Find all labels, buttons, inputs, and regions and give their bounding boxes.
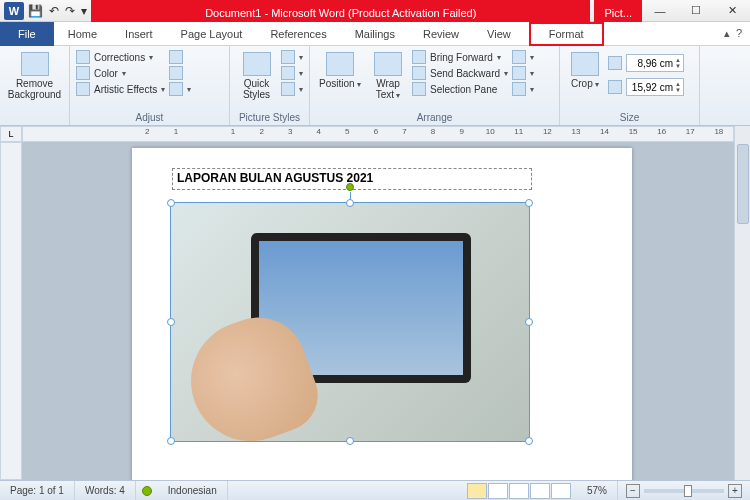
page[interactable]: LAPORAN BULAN AGUSTUS 2021 — [132, 148, 632, 480]
status-page[interactable]: Page: 1 of 1 — [0, 481, 75, 501]
pic-effects-button[interactable]: ▾ — [281, 66, 303, 80]
bring-forward-button[interactable]: Bring Forward▾ — [412, 50, 508, 64]
layout-icon — [281, 82, 295, 96]
contextual-tab-picture[interactable]: Pict... — [594, 0, 642, 22]
tab-format[interactable]: Format — [529, 22, 604, 46]
save-icon[interactable]: 💾 — [28, 4, 43, 18]
resize-handle-ne[interactable] — [525, 199, 533, 207]
status-words[interactable]: Words: 4 — [75, 481, 136, 501]
vertical-ruler[interactable] — [0, 142, 22, 480]
position-button[interactable]: Position ▾ — [316, 48, 364, 90]
view-web-layout[interactable] — [509, 483, 529, 499]
artistic-icon — [76, 82, 90, 96]
group-label-picstyles: Picture Styles — [236, 111, 303, 125]
compress-button[interactable] — [169, 50, 191, 64]
tab-references[interactable]: References — [256, 22, 340, 46]
resize-handle-w[interactable] — [167, 318, 175, 326]
height-spinner[interactable]: ▲▼ — [626, 54, 684, 72]
horizontal-ruler[interactable]: 21123456789101112131415161718 — [22, 126, 734, 142]
height-input[interactable] — [629, 58, 673, 69]
group-size: Crop ▾ ▲▼ ▲▼ Size — [560, 46, 700, 125]
resize-handle-s[interactable] — [346, 437, 354, 445]
resize-handle-e[interactable] — [525, 318, 533, 326]
corrections-icon — [76, 50, 90, 64]
tab-review[interactable]: Review — [409, 22, 473, 46]
textbox-text: LAPORAN BULAN AGUSTUS 2021 — [177, 171, 373, 185]
reset-pic-button[interactable]: ▾ — [169, 82, 191, 96]
ribbon: Remove Background Corrections▾ Color▾ Ar… — [0, 46, 750, 126]
bring-fwd-icon — [412, 50, 426, 64]
crop-button[interactable]: Crop ▾ — [566, 48, 604, 90]
document-canvas[interactable]: LAPORAN BULAN AGUSTUS 2021 — [22, 142, 734, 480]
resize-handle-n[interactable] — [346, 199, 354, 207]
zoom-out-button[interactable]: − — [626, 484, 640, 498]
selected-image[interactable] — [170, 202, 530, 442]
maximize-button[interactable]: ☐ — [678, 0, 714, 22]
height-icon — [608, 56, 622, 70]
group-objects-button[interactable]: ▾ — [512, 66, 534, 80]
vertical-scrollbar[interactable] — [734, 126, 750, 480]
zoom-in-button[interactable]: + — [728, 484, 742, 498]
redo-icon[interactable]: ↷ — [65, 4, 75, 18]
width-spinner[interactable]: ▲▼ — [626, 78, 684, 96]
send-backward-button[interactable]: Send Backward▾ — [412, 66, 508, 80]
help-icon[interactable]: ? — [736, 27, 742, 40]
zoom-percent[interactable]: 57% — [577, 481, 618, 501]
tab-page-layout[interactable]: Page Layout — [167, 22, 257, 46]
color-button[interactable]: Color▾ — [76, 66, 165, 80]
resize-handle-nw[interactable] — [167, 199, 175, 207]
group-label-size: Size — [566, 111, 693, 125]
align-icon — [512, 50, 526, 64]
corrections-button[interactable]: Corrections▾ — [76, 50, 165, 64]
proofing-icon[interactable] — [142, 486, 152, 496]
zoom-track[interactable] — [644, 489, 724, 493]
group-label-arrange: Arrange — [316, 111, 553, 125]
quick-access-toolbar: 💾 ↶ ↷ ▾ — [28, 4, 87, 18]
minimize-button[interactable]: — — [642, 0, 678, 22]
tab-file[interactable]: File — [0, 22, 54, 46]
group-background: Remove Background — [0, 46, 70, 125]
align-button[interactable]: ▾ — [512, 50, 534, 64]
rotate-handle[interactable] — [346, 183, 354, 191]
view-print-layout[interactable] — [467, 483, 487, 499]
pic-layout-button[interactable]: ▾ — [281, 82, 303, 96]
zoom-knob[interactable] — [684, 485, 692, 497]
pic-border-button[interactable]: ▾ — [281, 50, 303, 64]
tab-home[interactable]: Home — [54, 22, 111, 46]
tab-view[interactable]: View — [473, 22, 525, 46]
artistic-effects-button[interactable]: Artistic Effects▾ — [76, 82, 165, 96]
resize-handle-sw[interactable] — [167, 437, 175, 445]
close-button[interactable]: ✕ — [714, 0, 750, 22]
remove-background-button[interactable]: Remove Background — [6, 48, 63, 100]
resize-handle-se[interactable] — [525, 437, 533, 445]
rotate-button[interactable]: ▾ — [512, 82, 534, 96]
scroll-thumb[interactable] — [737, 144, 749, 224]
view-full-screen[interactable] — [488, 483, 508, 499]
group-arrange: Position ▾ Wrap Text ▾ Bring Forward▾ Se… — [310, 46, 560, 125]
color-icon — [76, 66, 90, 80]
sel-pane-icon — [412, 82, 426, 96]
window-title: Document1 - Microsoft Word (Product Acti… — [91, 0, 590, 22]
width-input[interactable] — [629, 82, 673, 93]
undo-icon[interactable]: ↶ — [49, 4, 59, 18]
group-adjust: Corrections▾ Color▾ Artistic Effects▾ ▾ … — [70, 46, 230, 125]
ruler-corner[interactable]: L — [0, 126, 22, 142]
width-icon — [608, 80, 622, 94]
quick-styles-button[interactable]: Quick Styles — [236, 48, 277, 100]
tab-mailings[interactable]: Mailings — [341, 22, 409, 46]
tab-insert[interactable]: Insert — [111, 22, 167, 46]
group-icon — [512, 66, 526, 80]
view-outline[interactable] — [530, 483, 550, 499]
status-language[interactable]: Indonesian — [158, 481, 228, 501]
wrap-text-button[interactable]: Wrap Text ▾ — [368, 48, 408, 101]
rotate-icon — [512, 82, 526, 96]
quick-styles-icon — [243, 52, 271, 76]
change-pic-button[interactable] — [169, 66, 191, 80]
qat-dropdown-icon[interactable]: ▾ — [81, 4, 87, 18]
word-app-icon[interactable]: W — [4, 2, 24, 20]
selection-pane-button[interactable]: Selection Pane — [412, 82, 508, 96]
change-pic-icon — [169, 66, 183, 80]
collapse-ribbon-icon[interactable]: ▴ — [724, 27, 730, 40]
border-icon — [281, 50, 295, 64]
view-draft[interactable] — [551, 483, 571, 499]
